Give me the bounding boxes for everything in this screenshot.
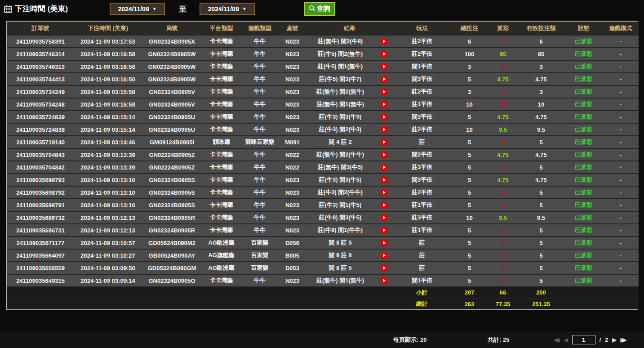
play-icon[interactable]	[380, 126, 388, 134]
play-icon[interactable]	[380, 277, 388, 285]
cell-play-method: 莊3平倍	[393, 161, 451, 174]
date-from-value: 2024/11/09	[118, 5, 149, 13]
cell-total-bet: 3	[451, 85, 488, 98]
play-icon[interactable]	[380, 264, 388, 272]
cell-valid-bet: 5	[518, 199, 564, 211]
cell-play-method: 莊2平倍	[393, 48, 451, 60]
table-row: 241109035719140 2024-11-09 03:14:46 GM09…	[7, 136, 639, 148]
cell-order-no: 241109035734249	[7, 85, 74, 98]
date-range-to-label: 至	[179, 4, 187, 14]
first-page-icon[interactable]: ◀◀	[554, 337, 560, 343]
play-icon[interactable]	[380, 76, 388, 83]
cell-replay	[374, 148, 393, 161]
cell-status: 已派彩	[564, 60, 603, 73]
cell-replay	[374, 174, 393, 186]
cell-replay	[374, 48, 393, 60]
prev-page-icon[interactable]: ◀	[564, 337, 568, 343]
cell-platform: 卡卡灣廳	[202, 211, 241, 224]
play-icon[interactable]	[380, 88, 388, 96]
search-button-label: 查詢	[317, 4, 330, 13]
page-size-label: 每頁顯示: 20	[393, 331, 426, 348]
cell-round-no: GN02324B0905S	[142, 186, 202, 199]
cell-game-type: 牛牛	[241, 111, 279, 123]
cell-replay	[374, 136, 393, 148]
cell-play-method: 莊2平倍	[393, 85, 451, 98]
play-icon[interactable]	[380, 189, 388, 196]
cell-game-mode: -	[603, 60, 639, 73]
cell-result: 閒 9 莊 8	[306, 249, 374, 262]
cell-replay	[374, 274, 393, 287]
cell-game-type: 牛牛	[241, 148, 279, 161]
cell-total-bet: 5	[451, 186, 488, 199]
cell-platform: 卡卡灣廳	[202, 98, 241, 111]
cell-game-mode: -	[603, 224, 639, 236]
table-row: 241109035686731 2024-11-09 03:12:13 GN02…	[7, 224, 639, 236]
subtotal-label: 小計	[393, 287, 451, 298]
table-row: 241109035649315 2024-11-09 03:09:14 GN02…	[7, 274, 639, 287]
cell-result: 莊(牛3) 閒1(牛5)	[306, 199, 374, 211]
play-icon[interactable]	[380, 63, 388, 71]
cell-bet-time: 2024-11-09 03:10:27	[74, 249, 142, 262]
date-to-select[interactable]: 2024/11/09 ▼	[200, 3, 255, 15]
cell-status: 已派彩	[564, 274, 603, 287]
cell-play-method: 莊	[393, 136, 451, 148]
cell-platform: 卡卡灣廳	[202, 123, 241, 136]
cell-payout: 4.75	[488, 174, 518, 186]
search-button[interactable]: 查詢	[304, 2, 335, 16]
page-title: 下注時間 (美東)	[15, 4, 68, 14]
next-page-icon[interactable]: ▶	[613, 337, 617, 343]
play-icon[interactable]	[380, 164, 388, 171]
chevron-down-icon: ▼	[152, 6, 157, 11]
cell-game-mode: -	[603, 249, 639, 262]
cell-result: 閒 8 莊 5	[306, 236, 374, 249]
play-icon[interactable]	[380, 101, 388, 108]
table-row: 241109035698792 2024-11-09 03:13:10 GN02…	[7, 186, 639, 199]
cell-bet-time: 2024-11-09 03:13:10	[74, 199, 142, 211]
cell-order-no: 241109035671177	[7, 236, 74, 249]
cell-payout: -5	[488, 224, 518, 236]
play-icon[interactable]	[380, 252, 388, 259]
cell-round-no: GB00524B090AY	[142, 249, 202, 262]
cell-table-no: N023	[279, 211, 306, 224]
play-icon[interactable]	[380, 239, 388, 247]
col-header-round-no: 局號	[142, 22, 202, 35]
cell-payout: -5	[488, 136, 518, 148]
cell-replay	[374, 236, 393, 249]
col-header-play-method: 玩法	[393, 22, 451, 35]
col-header-valid-bet: 有效投注額	[518, 22, 564, 35]
col-header-bet-time: 下注時間 (美東)	[74, 22, 142, 35]
cell-bet-time: 2024-11-09 03:09:50	[74, 262, 142, 274]
play-icon[interactable]	[380, 201, 388, 209]
cell-game-type: 牛牛	[241, 224, 279, 236]
cell-bet-time: 2024-11-09 03:15:14	[74, 123, 142, 136]
play-icon[interactable]	[380, 214, 388, 222]
play-icon[interactable]	[380, 138, 388, 146]
cell-result: 閒 4 莊 2	[306, 136, 374, 148]
date-from-select[interactable]: 2024/11/09 ▼	[110, 3, 165, 15]
grand-total-row: 總計 263 77.35 251.35	[7, 298, 639, 309]
cell-table-no: N023	[279, 73, 306, 85]
play-icon[interactable]	[380, 38, 388, 45]
cell-platform: 卡卡灣廳	[202, 224, 241, 236]
cell-table-no: N023	[279, 85, 306, 98]
cell-result: 莊(牛3) 閒3(牛9)	[306, 111, 374, 123]
page-number-input[interactable]	[572, 335, 595, 344]
subtotal-payout: 66	[488, 287, 518, 298]
cell-play-method: 閒3平倍	[393, 73, 451, 85]
play-icon[interactable]	[380, 151, 388, 159]
cell-status: 已派彩	[564, 186, 603, 199]
play-icon[interactable]	[380, 227, 388, 234]
play-icon[interactable]	[380, 113, 388, 121]
cell-order-no: 241109035656559	[7, 262, 74, 274]
cell-play-method: 莊2平倍	[393, 35, 451, 48]
cell-table-no: N023	[279, 60, 306, 73]
cell-platform: 卡卡灣廳	[202, 85, 241, 98]
cell-game-type: 牛牛	[241, 73, 279, 85]
cell-table-no: N023	[279, 199, 306, 211]
cell-replay	[374, 161, 393, 174]
last-page-icon[interactable]: ▶▶	[621, 337, 626, 343]
cell-valid-bet: 95	[518, 48, 564, 60]
cell-payout: 4.75	[488, 148, 518, 161]
play-icon[interactable]	[380, 176, 388, 184]
play-icon[interactable]	[380, 50, 388, 58]
